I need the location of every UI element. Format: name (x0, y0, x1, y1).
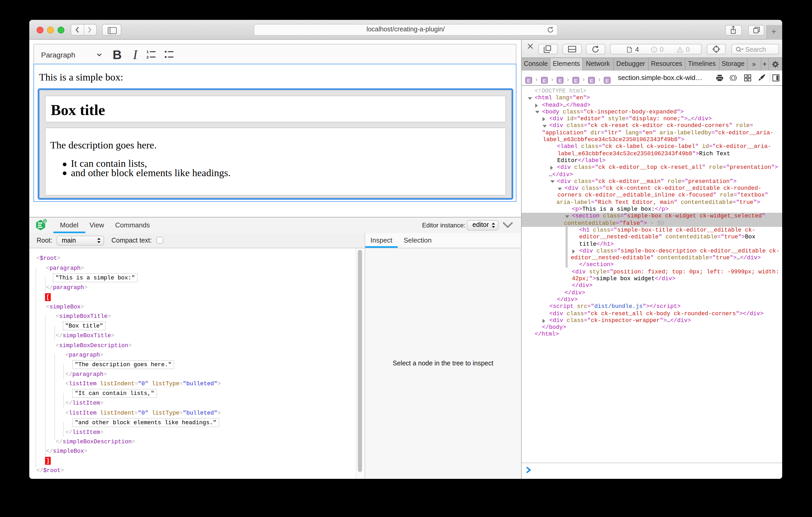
svg-text:1: 1 (147, 50, 149, 54)
svg-text:5: 5 (44, 219, 46, 223)
svg-text:2: 2 (147, 55, 149, 59)
